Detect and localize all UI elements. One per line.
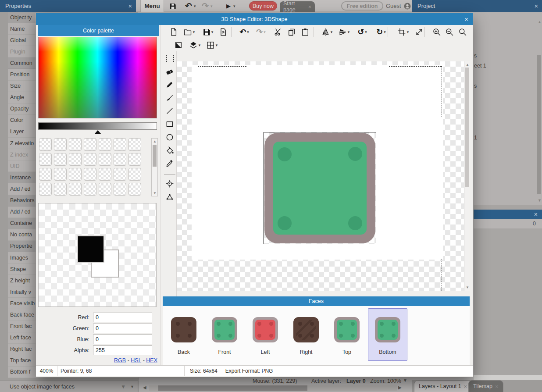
- close-icon[interactable]: ×: [464, 15, 468, 23]
- zoom-in-button[interactable]: [431, 26, 443, 38]
- color-picker-tool[interactable]: [164, 158, 175, 169]
- color-swatch[interactable]: [84, 153, 96, 166]
- color-swatch[interactable]: [69, 138, 82, 151]
- background-color-button[interactable]: [172, 39, 185, 51]
- color-swatch[interactable]: [99, 168, 111, 181]
- scroll-down-icon[interactable]: ▼: [466, 285, 469, 289]
- scroll-down-icon[interactable]: ▼: [153, 191, 157, 195]
- bottom-tab[interactable]: Layers - Layout 1 ×: [414, 380, 472, 392]
- chevron-down-icon[interactable]: ▼: [130, 385, 134, 389]
- editor-canvas[interactable]: [177, 61, 464, 291]
- properties-footer[interactable]: Use object image for faces ▼ ▼: [0, 381, 138, 392]
- scroll-up-icon[interactable]: ▲: [538, 20, 542, 24]
- project-tree-item[interactable]: eet 1: [474, 63, 486, 69]
- image-points-tool[interactable]: [164, 192, 175, 202]
- close-icon[interactable]: ×: [125, 2, 136, 10]
- color-swatch[interactable]: [69, 153, 82, 166]
- color-swatch[interactable]: [39, 138, 52, 151]
- horizontal-scrollbar[interactable]: ◀ ▶: [139, 384, 413, 392]
- eraser-tool[interactable]: [164, 66, 175, 77]
- chevron-down-icon[interactable]: ▼: [403, 378, 407, 383]
- flip-vertical-button[interactable]: ▾: [335, 26, 353, 38]
- canvas-image[interactable]: [264, 132, 376, 244]
- color-swatch[interactable]: [99, 153, 111, 166]
- close-icon[interactable]: ×: [464, 383, 467, 390]
- save-icon[interactable]: [169, 0, 176, 12]
- free-edition-badge[interactable]: Free edition: [341, 1, 383, 11]
- close-icon[interactable]: ×: [534, 211, 538, 218]
- close-icon[interactable]: ×: [531, 2, 542, 10]
- redo-button[interactable]: ↷▾: [202, 0, 212, 12]
- color-swatch[interactable]: [114, 153, 126, 166]
- chevron-down-icon[interactable]: ▼: [121, 384, 126, 390]
- color-swatch[interactable]: [128, 138, 141, 151]
- project-tree-item[interactable]: s: [474, 53, 477, 59]
- face-item[interactable]: Bottom: [368, 308, 407, 361]
- color-swatch[interactable]: [114, 138, 126, 151]
- slider-marker[interactable]: [94, 130, 101, 134]
- color-swatch[interactable]: [54, 153, 67, 166]
- line-tool[interactable]: [164, 106, 175, 116]
- face-item[interactable]: Right: [286, 308, 326, 361]
- scroll-up-icon[interactable]: ▲: [466, 63, 469, 67]
- color-swatch[interactable]: [54, 138, 67, 151]
- color-swatch[interactable]: [99, 183, 111, 196]
- color-field-input[interactable]: [93, 324, 152, 333]
- palette-layers-button[interactable]: ▾: [186, 39, 203, 51]
- brush-tool[interactable]: [164, 93, 175, 103]
- resize-button[interactable]: [413, 26, 425, 38]
- zoom-out-button[interactable]: [443, 26, 456, 38]
- color-swatch[interactable]: [128, 183, 141, 196]
- scrollbar-thumb[interactable]: [537, 55, 541, 194]
- face-item[interactable]: Back: [164, 308, 203, 361]
- color-swatch[interactable]: [69, 168, 82, 181]
- undo-button[interactable]: ↶▾: [235, 26, 253, 38]
- bottom-tab[interactable]: Tilemap ×: [468, 380, 503, 392]
- color-field-input[interactable]: [93, 335, 152, 344]
- face-item[interactable]: Front: [205, 308, 244, 361]
- project-tree-item[interactable]: 1: [474, 135, 477, 141]
- copy-button[interactable]: [285, 26, 298, 38]
- ellipse-tool[interactable]: [164, 132, 175, 143]
- face-item[interactable]: Left: [246, 308, 285, 361]
- color-swatch[interactable]: [99, 138, 111, 151]
- color-swatch[interactable]: [128, 168, 141, 181]
- scrollbar-thumb[interactable]: [465, 68, 469, 187]
- fill-tool[interactable]: [164, 145, 175, 156]
- face-item[interactable]: Top: [327, 308, 367, 361]
- rotate-clockwise-button[interactable]: ↻▾: [372, 26, 390, 38]
- rotate-anticlockwise-button[interactable]: ↺▾: [353, 26, 371, 38]
- color-swatch[interactable]: [84, 183, 96, 196]
- value-slider[interactable]: [38, 122, 157, 130]
- color-swatch[interactable]: [54, 168, 67, 181]
- close-icon[interactable]: ×: [495, 383, 499, 390]
- close-icon[interactable]: ×: [308, 4, 311, 10]
- scroll-left-icon[interactable]: ◀: [143, 385, 146, 390]
- scrollbar-thumb[interactable]: [153, 145, 157, 167]
- tab-start-page[interactable]: Start page ×: [280, 1, 315, 12]
- cut-button[interactable]: [272, 26, 284, 38]
- swatch-scrollbar[interactable]: ▲ ▼: [151, 138, 158, 196]
- redo-button[interactable]: ↷▾: [252, 26, 270, 38]
- buy-now-button[interactable]: Buy now: [249, 1, 277, 11]
- color-swatch[interactable]: [39, 168, 52, 181]
- color-swatch[interactable]: [84, 138, 96, 151]
- canvas-scrollbar[interactable]: ▲ ▼: [464, 61, 470, 291]
- flip-horizontal-button[interactable]: ▾: [318, 26, 335, 38]
- color-swatch[interactable]: [114, 183, 126, 196]
- color-swatch[interactable]: [69, 183, 82, 196]
- crop-button[interactable]: ▾: [394, 26, 412, 38]
- grid-button[interactable]: ▾: [203, 39, 221, 51]
- rectangle-tool[interactable]: [164, 119, 175, 129]
- play-button[interactable]: ▶▾: [226, 0, 235, 12]
- guest-account[interactable]: Guest: [386, 0, 411, 12]
- color-field-input[interactable]: [93, 313, 152, 322]
- color-gradient-picker[interactable]: [38, 37, 157, 118]
- color-swatch[interactable]: [39, 183, 52, 196]
- color-field-input[interactable]: [93, 346, 152, 355]
- color-swatch[interactable]: [39, 153, 52, 166]
- rectangle-select-tool[interactable]: [164, 53, 175, 64]
- pencil-tool[interactable]: [164, 79, 175, 90]
- scroll-down-icon[interactable]: ▼: [538, 198, 542, 203]
- save-button[interactable]: ▾: [199, 26, 217, 38]
